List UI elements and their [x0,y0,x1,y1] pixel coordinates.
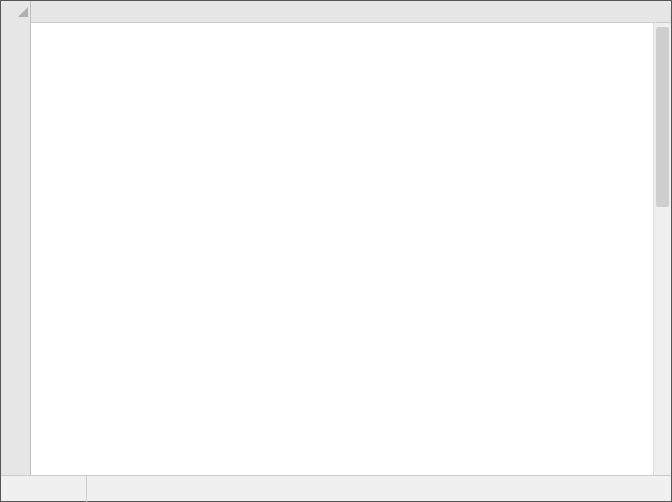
select-all-triangle-icon [18,7,28,17]
sheet-tab-strip [1,475,671,501]
vertical-scrollbar[interactable] [653,23,671,475]
cells-area[interactable] [31,23,671,475]
select-all-corner[interactable] [1,1,31,23]
vertical-scrollbar-thumb[interactable] [656,27,669,207]
column-header-row [1,1,671,23]
add-sheet-button[interactable] [57,476,87,502]
grid-body [1,23,671,475]
row-header-column [1,23,31,475]
spreadsheet-window [0,0,672,502]
